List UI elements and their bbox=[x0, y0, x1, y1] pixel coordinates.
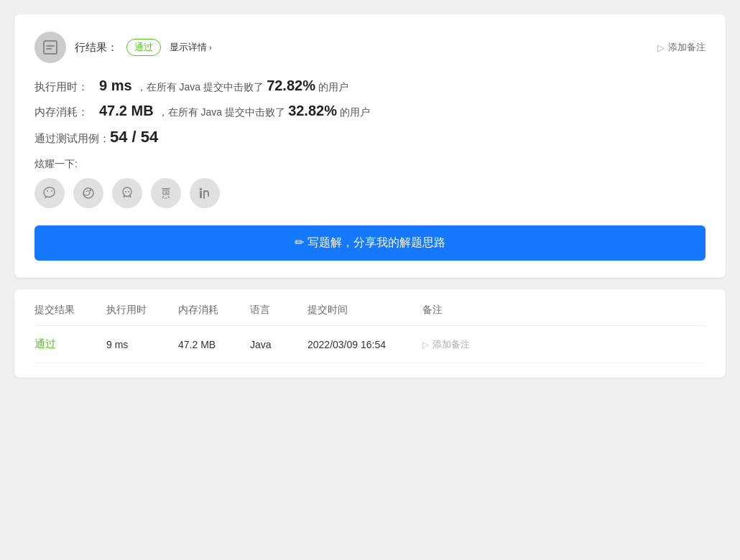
submission-table: 提交结果 执行用时 内存消耗 语言 提交时间 备注 通过 9 ms 47.2 M… bbox=[14, 289, 726, 378]
col-result: 提交结果 bbox=[34, 304, 106, 317]
svg-rect-1 bbox=[46, 45, 55, 47]
svg-rect-2 bbox=[46, 48, 52, 50]
col-submit-time: 提交时间 bbox=[307, 304, 422, 317]
execution-time-label: 执行用时： bbox=[34, 80, 99, 94]
add-note-button[interactable]: ▷ 添加备注 bbox=[657, 41, 706, 54]
wechat-icon[interactable] bbox=[34, 178, 65, 208]
memory-percent: 32.82% bbox=[288, 103, 337, 119]
result-header-left: 行结果： 通过 显示详情 › bbox=[34, 32, 212, 63]
testcase-row: 通过测试用例： 54 / 54 bbox=[34, 128, 706, 146]
execution-time-percent: 72.82% bbox=[267, 78, 315, 94]
col-language: 语言 bbox=[250, 304, 307, 317]
svg-point-3 bbox=[83, 188, 93, 198]
table-header: 提交结果 执行用时 内存消耗 语言 提交时间 备注 bbox=[34, 304, 706, 326]
row-time: 9 ms bbox=[106, 339, 178, 350]
svg-text:豆: 豆 bbox=[165, 190, 168, 195]
svg-rect-10 bbox=[200, 191, 202, 198]
share-section: 炫耀一下: bbox=[34, 158, 706, 208]
linkedin-icon[interactable] bbox=[190, 178, 220, 208]
chevron-right-icon: › bbox=[209, 43, 212, 52]
row-submit-time: 2022/03/09 16:54 bbox=[307, 339, 422, 350]
execution-time-desc2: 的用户 bbox=[318, 81, 348, 94]
weibo-icon[interactable] bbox=[73, 178, 103, 208]
memory-desc2: 的用户 bbox=[340, 106, 370, 119]
col-note: 备注 bbox=[422, 304, 706, 317]
memory-desc1: ，在所有 Java 提交中击败了 bbox=[158, 106, 285, 119]
execution-time-value: 9 ms bbox=[99, 78, 132, 94]
row-language: Java bbox=[250, 339, 307, 350]
col-time: 执行用时 bbox=[106, 304, 178, 317]
show-detail-link[interactable]: 显示详情 › bbox=[170, 41, 212, 54]
row-memory: 47.2 MB bbox=[178, 339, 250, 350]
share-label: 炫耀一下: bbox=[34, 158, 706, 171]
testcase-value: 54 / 54 bbox=[110, 128, 158, 146]
col-memory: 内存消耗 bbox=[178, 304, 250, 317]
status-badge: 通过 bbox=[126, 39, 161, 56]
row-add-note-button[interactable]: ▷ 添加备注 bbox=[422, 338, 706, 351]
memory-label: 内存消耗： bbox=[34, 106, 99, 119]
result-icon bbox=[34, 32, 66, 63]
memory-value: 47.2 MB bbox=[99, 103, 154, 119]
svg-point-4 bbox=[90, 190, 91, 191]
svg-point-11 bbox=[200, 188, 203, 191]
flag-small-icon: ▷ bbox=[422, 340, 429, 350]
result-card: 行结果： 通过 显示详情 › ▷ 添加备注 执行用时： 9 ms ，在所有 Ja… bbox=[14, 14, 726, 278]
row-result: 通过 bbox=[34, 337, 106, 351]
execution-time-row: 执行用时： 9 ms ，在所有 Java 提交中击败了 72.82% 的用户 bbox=[34, 78, 706, 94]
result-header: 行结果： 通过 显示详情 › ▷ 添加备注 bbox=[34, 32, 706, 63]
testcase-label: 通过测试用例： bbox=[34, 132, 110, 146]
social-icons: 豆 bbox=[34, 178, 706, 208]
write-solution-button[interactable]: ✏ 写题解，分享我的解题思路 bbox=[34, 225, 706, 261]
execution-time-desc1: ，在所有 Java 提交中击败了 bbox=[137, 81, 264, 94]
svg-rect-7 bbox=[162, 188, 170, 190]
result-label: 行结果： bbox=[75, 41, 118, 55]
svg-rect-0 bbox=[44, 41, 57, 54]
svg-point-6 bbox=[128, 191, 129, 192]
qq-icon[interactable] bbox=[112, 178, 142, 208]
svg-point-5 bbox=[125, 191, 126, 192]
douban-icon[interactable]: 豆 bbox=[151, 178, 181, 208]
flag-icon: ▷ bbox=[657, 42, 665, 53]
memory-row: 内存消耗： 47.2 MB ，在所有 Java 提交中击败了 32.82% 的用… bbox=[34, 103, 706, 119]
table-row: 通过 9 ms 47.2 MB Java 2022/03/09 16:54 ▷ … bbox=[34, 326, 706, 363]
